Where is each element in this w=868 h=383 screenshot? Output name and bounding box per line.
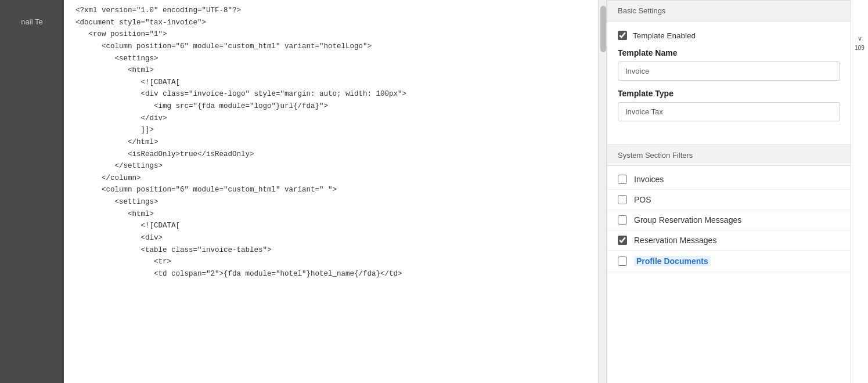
filter-label-invoices: Invoices — [634, 175, 664, 184]
filter-checkbox-pos[interactable] — [618, 195, 627, 204]
filter-label-pos: POS — [634, 195, 651, 204]
filter-label-profile-documents: Profile Documents — [634, 256, 711, 266]
filter-checkbox-invoices[interactable] — [618, 175, 627, 184]
scrollbar[interactable] — [599, 0, 607, 383]
sidebar-label: nail Te — [18, 12, 45, 33]
filter-item-pos: POS — [607, 190, 851, 210]
system-section-filters-header: System Section Filters — [607, 144, 851, 166]
template-name-input[interactable] — [618, 62, 840, 81]
filter-checkbox-reservation-messages[interactable] — [618, 236, 627, 245]
basic-settings-header: Basic Settings — [607, 0, 851, 21]
filter-checkbox-group-reservation-messages[interactable] — [618, 215, 627, 225]
code-editor[interactable]: <?xml version="1.0" encoding="UTF-8"?> <… — [64, 0, 599, 383]
filter-item-invoices: Invoices — [607, 169, 851, 190]
far-right-badge: 109 — [855, 45, 865, 51]
code-content[interactable]: <?xml version="1.0" encoding="UTF-8"?> <… — [64, 0, 598, 383]
filter-item-profile-documents: Profile Documents — [607, 251, 851, 272]
filter-checkbox-profile-documents[interactable] — [618, 256, 627, 266]
template-type-group: Template Type — [618, 89, 840, 121]
template-name-group: Template Name — [618, 48, 840, 81]
scrollbar-thumb[interactable] — [600, 6, 606, 52]
basic-settings-body: Template Enabled Template Name Template … — [607, 21, 851, 139]
right-panel: Basic Settings Template Enabled Template… — [607, 0, 851, 383]
filter-item-group-reservation-messages: Group Reservation Messages — [607, 210, 851, 230]
template-type-input[interactable] — [618, 102, 840, 121]
template-enabled-checkbox[interactable] — [618, 31, 627, 40]
filter-label-group-reservation-messages: Group Reservation Messages — [634, 215, 741, 225]
template-enabled-row: Template Enabled — [618, 31, 840, 40]
system-section-filters: System Section Filters InvoicesPOSGroup … — [607, 144, 851, 272]
sidebar: nail Te — [0, 0, 64, 383]
filter-item-reservation-messages: Reservation Messages — [607, 230, 851, 251]
template-type-label: Template Type — [618, 89, 840, 98]
template-enabled-label: Template Enabled — [633, 31, 696, 40]
filter-label-reservation-messages: Reservation Messages — [634, 236, 716, 245]
dropdown-arrow[interactable]: ∨ — [858, 35, 862, 42]
template-name-label: Template Name — [618, 48, 840, 57]
far-right-panel: ∨ 109 — [851, 0, 868, 383]
filters-list: InvoicesPOSGroup Reservation MessagesRes… — [607, 166, 851, 272]
